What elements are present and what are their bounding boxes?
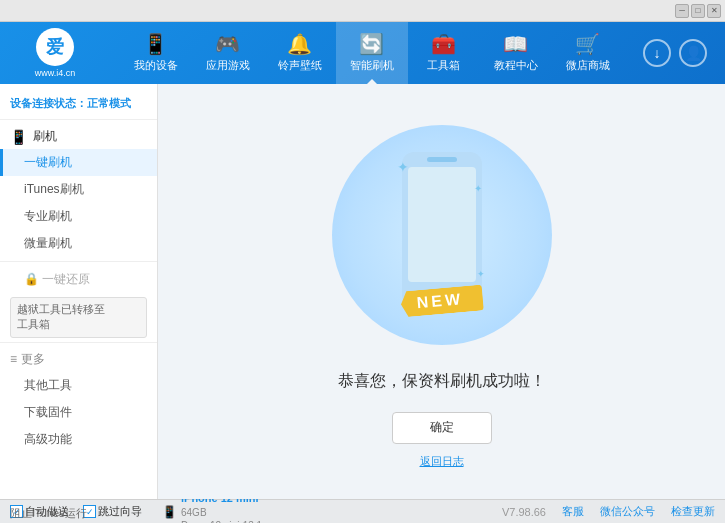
account-btn[interactable]: 👤 [679, 39, 707, 67]
flash-section-header: 📱 刷机 [0, 124, 157, 149]
nav-toolbox[interactable]: 🧰 工具箱 [408, 22, 480, 84]
logo-area[interactable]: 爱 www.i4.cn [10, 28, 100, 78]
nav-items: 📱 我的设备 🎮 应用游戏 🔔 铃声壁纸 🔄 智能刷机 🧰 工具箱 📖 教程中心… [100, 22, 643, 84]
device-storage: 64GB [181, 506, 262, 519]
nav-smart-flash-label: 智能刷机 [350, 58, 394, 73]
header: 爱 www.i4.cn 📱 我的设备 🎮 应用游戏 🔔 铃声壁纸 🔄 智能刷机 … [0, 22, 725, 84]
weidian-icon: 🛒 [575, 34, 600, 54]
maximize-btn[interactable]: □ [691, 4, 705, 18]
sidebar-item-itunes-flash[interactable]: iTunes刷机 [0, 176, 157, 203]
nav-smart-flash[interactable]: 🔄 智能刷机 [336, 22, 408, 84]
nav-tutorial[interactable]: 📖 教程中心 [480, 22, 552, 84]
nav-right: ↓ 👤 [643, 39, 715, 67]
one-key-restore-label: 一键还原 [42, 272, 90, 286]
sidebar: 设备连接状态：正常模式 📱 刷机 一键刷机 iTunes刷机 专业刷机 微量刷机… [0, 84, 158, 499]
nav-my-device-label: 我的设备 [134, 58, 178, 73]
nav-weidian-label: 微店商城 [566, 58, 610, 73]
nav-tutorial-label: 教程中心 [494, 58, 538, 73]
pro-flash-label: 专业刷机 [24, 209, 72, 223]
nav-apps-games-label: 应用游戏 [206, 58, 250, 73]
title-bar: ─ □ ✕ [0, 0, 725, 22]
confirm-button[interactable]: 确定 [392, 412, 492, 444]
wipe-flash-label: 微量刷机 [24, 236, 72, 250]
skip-wizard-label: 跳过向导 [98, 504, 142, 519]
device-status-value: 正常模式 [87, 97, 131, 109]
minimize-btn[interactable]: ─ [675, 4, 689, 18]
nav-apps-games[interactable]: 🎮 应用游戏 [192, 22, 264, 84]
tutorial-icon: 📖 [503, 34, 528, 54]
new-badge-text: NEW [416, 290, 464, 311]
sidebar-item-other-tools[interactable]: 其他工具 [0, 372, 157, 399]
sidebar-item-one-click-flash[interactable]: 一键刷机 [0, 149, 157, 176]
itunes-flash-label: iTunes刷机 [24, 182, 84, 196]
bottom-bar: ✓ 自动做送 ✓ 跳过向导 📱 iPhone 12 mini 64GB Down… [0, 499, 725, 523]
nav-ringtones-label: 铃声壁纸 [278, 58, 322, 73]
jailbreak-notice-text: 越狱工具已转移至工具箱 [17, 303, 105, 330]
sidebar-one-key-restore-disabled: 🔒 一键还原 [0, 266, 157, 293]
sidebar-item-download-firmware[interactable]: 下载固件 [0, 399, 157, 426]
smart-flash-icon: 🔄 [359, 34, 384, 54]
version-text: V7.98.66 [502, 506, 546, 518]
more-section-header: ≡ 更多 [0, 347, 157, 372]
nav-toolbox-label: 工具箱 [427, 58, 460, 73]
logo-icon: 爱 [36, 28, 74, 66]
sidebar-item-wipe-flash[interactable]: 微量刷机 [0, 230, 157, 257]
check-update-link[interactable]: 检查更新 [671, 504, 715, 519]
download-btn[interactable]: ↓ [643, 39, 671, 67]
flash-section-label: 刷机 [33, 128, 57, 145]
nav-ringtones[interactable]: 🔔 铃声壁纸 [264, 22, 336, 84]
my-device-icon: 📱 [143, 34, 168, 54]
main-content: ✦ ✦ ✦ NEW 恭喜您，保资料刷机成功啦！ 确定 返回日志 [158, 84, 725, 499]
nav-my-device[interactable]: 📱 我的设备 [120, 22, 192, 84]
jailbreak-notice: 越狱工具已转移至工具箱 [10, 297, 147, 338]
back-today-link[interactable]: 返回日志 [420, 454, 464, 469]
close-btn[interactable]: ✕ [707, 4, 721, 18]
sidebar-divider-1 [0, 261, 157, 262]
one-click-flash-label: 一键刷机 [24, 155, 72, 169]
customer-service-link[interactable]: 客服 [562, 504, 584, 519]
confirm-button-label: 确定 [430, 419, 454, 436]
success-message: 恭喜您，保资料刷机成功啦！ [338, 371, 546, 392]
sidebar-divider-2 [0, 342, 157, 343]
apps-games-icon: 🎮 [215, 34, 240, 54]
itunes-status-text: 阻止iTunes运行 [10, 507, 87, 519]
svg-text:✦: ✦ [477, 269, 485, 279]
device-version: Down-12mini-13,1 [181, 519, 262, 523]
sidebar-item-advanced[interactable]: 高级功能 [0, 426, 157, 453]
svg-text:✦: ✦ [397, 159, 409, 175]
more-section-label: 更多 [21, 351, 45, 368]
ringtones-icon: 🔔 [287, 34, 312, 54]
device-status-label: 设备连接状态： [10, 97, 87, 109]
svg-rect-1 [408, 167, 476, 282]
success-illustration: ✦ ✦ ✦ NEW [322, 115, 562, 355]
device-status: 设备连接状态：正常模式 [0, 92, 157, 120]
device-phone-icon: 📱 [162, 505, 177, 519]
other-tools-label: 其他工具 [24, 378, 72, 392]
svg-rect-2 [427, 157, 457, 162]
download-firmware-label: 下载固件 [24, 405, 72, 419]
toolbox-icon: 🧰 [431, 34, 456, 54]
bottom-right: V7.98.66 客服 微信公众号 检查更新 [502, 504, 715, 519]
more-section-icon: ≡ [10, 352, 17, 366]
advanced-label: 高级功能 [24, 432, 72, 446]
wechat-official-link[interactable]: 微信公众号 [600, 504, 655, 519]
sidebar-item-pro-flash[interactable]: 专业刷机 [0, 203, 157, 230]
nav-weidian[interactable]: 🛒 微店商城 [552, 22, 624, 84]
itunes-status[interactable]: 阻止iTunes运行 [0, 504, 97, 523]
svg-text:✦: ✦ [474, 183, 482, 194]
flash-section-icon: 📱 [10, 129, 27, 145]
logo-url: www.i4.cn [35, 68, 76, 78]
